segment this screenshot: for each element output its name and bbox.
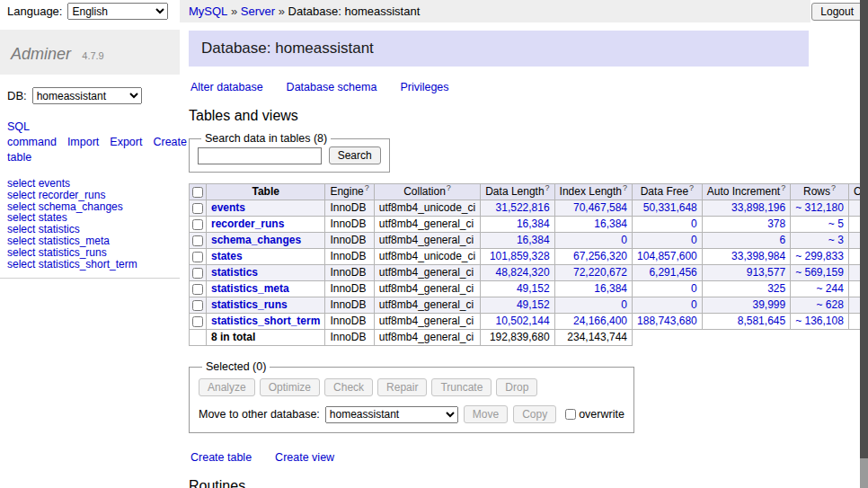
data-free-link[interactable]: 0 <box>691 282 697 295</box>
auto-increment-link[interactable]: 8,581,645 <box>738 315 785 327</box>
link-database-schema[interactable]: Database schema <box>287 81 377 93</box>
search-input[interactable] <box>198 147 322 164</box>
breadcrumb-item-server[interactable]: Server <box>241 4 275 18</box>
column-header-auto-increment[interactable]: Auto Increment? <box>702 184 790 200</box>
link-alter-database[interactable]: Alter database <box>190 81 263 93</box>
scrollbar-thumb[interactable] <box>860 0 868 458</box>
vertical-scrollbar[interactable] <box>860 0 868 488</box>
index-length-link[interactable]: 0 <box>621 234 627 246</box>
rows-link[interactable]: ~ 569,159 <box>795 266 844 279</box>
data-length-link[interactable]: 10,502,144 <box>496 315 550 327</box>
index-length-link[interactable]: 67,256,320 <box>573 250 627 262</box>
row-checkbox-recorder-runs[interactable] <box>192 219 203 230</box>
index-length-link[interactable]: 24,166,400 <box>573 315 627 327</box>
data-length-link[interactable]: 101,859,328 <box>490 250 550 262</box>
help-icon[interactable]: ? <box>545 183 550 192</box>
column-header-data-length[interactable]: Data Length? <box>481 184 554 200</box>
bulk-truncate-button[interactable]: Truncate <box>431 378 492 396</box>
move-button[interactable]: Move <box>464 405 508 423</box>
rows-link[interactable]: ~ 5 <box>828 217 844 230</box>
rows-link[interactable]: ~ 312,180 <box>795 201 844 214</box>
auto-increment-link[interactable]: 33,398,984 <box>731 250 785 262</box>
link-create-view[interactable]: Create view <box>275 451 334 464</box>
table-link-events[interactable]: events <box>211 201 245 214</box>
auto-increment-link[interactable]: 6 <box>779 234 785 246</box>
table-link-schema-changes[interactable]: schema_changes <box>211 234 301 246</box>
bulk-repair-button[interactable]: Repair <box>377 378 427 396</box>
data-length-link[interactable]: 49,152 <box>517 298 550 311</box>
table-link-recorder-runs[interactable]: recorder_runs <box>211 217 284 230</box>
data-length-link[interactable]: 31,522,816 <box>496 201 550 214</box>
help-icon[interactable]: ? <box>781 183 785 192</box>
row-checkbox-statistics-short-term[interactable] <box>192 316 203 327</box>
row-checkbox-statistics-runs[interactable] <box>192 300 203 311</box>
row-checkbox-statistics[interactable] <box>192 268 203 279</box>
data-length-link[interactable]: 48,824,320 <box>496 266 550 279</box>
logout-button[interactable]: Logout <box>811 3 863 21</box>
rows-link[interactable]: ~ 3 <box>828 234 844 246</box>
auto-increment-link[interactable]: 378 <box>767 217 785 230</box>
index-length-link[interactable]: 0 <box>621 298 627 311</box>
auto-increment-link[interactable]: 33,898,196 <box>731 201 785 214</box>
column-header-collation[interactable]: Collation? <box>374 184 480 200</box>
data-free-link[interactable]: 50,331,648 <box>643 201 697 214</box>
link-privileges[interactable]: Privileges <box>400 81 448 93</box>
copy-button[interactable]: Copy <box>513 405 556 423</box>
help-icon[interactable]: ? <box>447 183 451 192</box>
help-icon[interactable]: ? <box>831 183 836 192</box>
sidebar-select-statistics-runs[interactable]: select statistics_runs <box>7 247 180 259</box>
language-select[interactable]: English <box>67 3 168 20</box>
app-name[interactable]: Adminer <box>11 45 71 63</box>
row-checkbox-states[interactable] <box>192 252 203 262</box>
column-header-engine[interactable]: Engine? <box>325 184 374 200</box>
table-link-statistics-short-term[interactable]: statistics_short_term <box>211 315 320 327</box>
index-length-link[interactable]: 72,220,672 <box>573 266 627 279</box>
column-header-data-free[interactable]: Data Free? <box>633 184 703 200</box>
sidebar-select-events[interactable]: select events <box>7 178 180 190</box>
table-link-states[interactable]: states <box>211 250 243 262</box>
auto-increment-link[interactable]: 913,577 <box>747 266 785 279</box>
sidebar-select-statistics-meta[interactable]: select statistics_meta <box>7 235 180 247</box>
bulk-optimize-button[interactable]: Optimize <box>260 378 320 396</box>
bulk-check-button[interactable]: Check <box>324 378 373 396</box>
bulk-analyze-button[interactable]: Analyze <box>199 378 255 396</box>
data-length-link[interactable]: 16,384 <box>517 234 550 246</box>
sidebar-link-import[interactable]: Import <box>67 136 99 148</box>
table-link-statistics[interactable]: statistics <box>211 266 258 279</box>
row-checkbox-schema-changes[interactable] <box>192 235 203 246</box>
search-button[interactable]: Search <box>329 146 381 164</box>
data-free-link[interactable]: 6,291,456 <box>649 266 696 279</box>
data-free-link[interactable]: 0 <box>691 234 697 246</box>
table-link-statistics-meta[interactable]: statistics_meta <box>211 282 289 295</box>
help-icon[interactable]: ? <box>365 183 369 192</box>
rows-link[interactable]: ~ 299,833 <box>795 250 844 262</box>
db-select[interactable]: homeassistant <box>32 87 142 104</box>
index-length-link[interactable]: 16,384 <box>594 282 627 295</box>
overwrite-checkbox[interactable] <box>565 409 576 420</box>
bulk-drop-button[interactable]: Drop <box>496 378 537 396</box>
column-header-rows[interactable]: Rows? <box>791 184 849 200</box>
breadcrumb-item-mysql[interactable]: MySQL <box>189 4 227 18</box>
column-header-table[interactable]: Table <box>207 184 325 200</box>
index-length-link[interactable]: 70,467,584 <box>573 201 627 214</box>
rows-link[interactable]: ~ 136,108 <box>795 315 844 327</box>
auto-increment-link[interactable]: 39,999 <box>752 298 785 311</box>
table-link-statistics-runs[interactable]: statistics_runs <box>211 298 288 311</box>
move-db-select[interactable]: homeassistant <box>325 406 458 423</box>
row-checkbox-events[interactable] <box>192 203 203 214</box>
row-checkbox-statistics-meta[interactable] <box>192 284 203 295</box>
sidebar-link-sql-command[interactable]: SQL command <box>7 120 57 148</box>
sidebar-select-recorder-runs[interactable]: select recorder_runs <box>7 190 180 201</box>
select-all-checkbox[interactable] <box>192 187 203 198</box>
data-free-link[interactable]: 104,857,600 <box>637 250 697 262</box>
data-length-link[interactable]: 16,384 <box>517 217 550 230</box>
rows-link[interactable]: ~ 628 <box>817 298 844 311</box>
auto-increment-link[interactable]: 325 <box>767 282 785 295</box>
link-create-table[interactable]: Create table <box>190 451 252 464</box>
sidebar-link-export[interactable]: Export <box>110 136 142 148</box>
data-length-link[interactable]: 49,152 <box>517 282 550 295</box>
data-free-link[interactable]: 0 <box>691 298 697 311</box>
help-icon[interactable]: ? <box>623 183 627 192</box>
index-length-link[interactable]: 16,384 <box>594 217 627 230</box>
data-free-link[interactable]: 0 <box>691 217 697 230</box>
